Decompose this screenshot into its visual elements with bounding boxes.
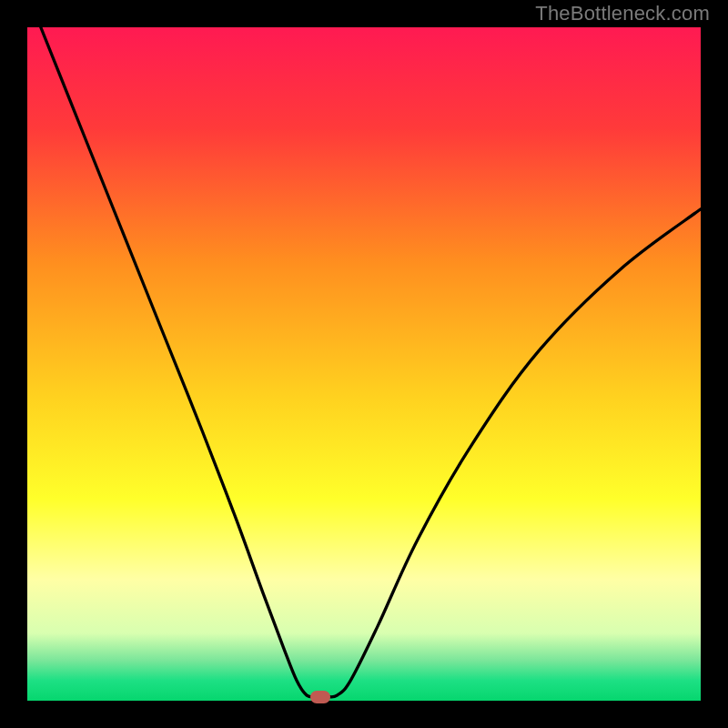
watermark-text: TheBottleneck.com: [535, 2, 710, 25]
bottleneck-curve: [41, 27, 701, 697]
plot-area: [27, 27, 701, 701]
chart-stage: TheBottleneck.com: [0, 0, 728, 728]
curve-layer: [27, 27, 701, 701]
optimal-point-marker: [310, 691, 330, 703]
